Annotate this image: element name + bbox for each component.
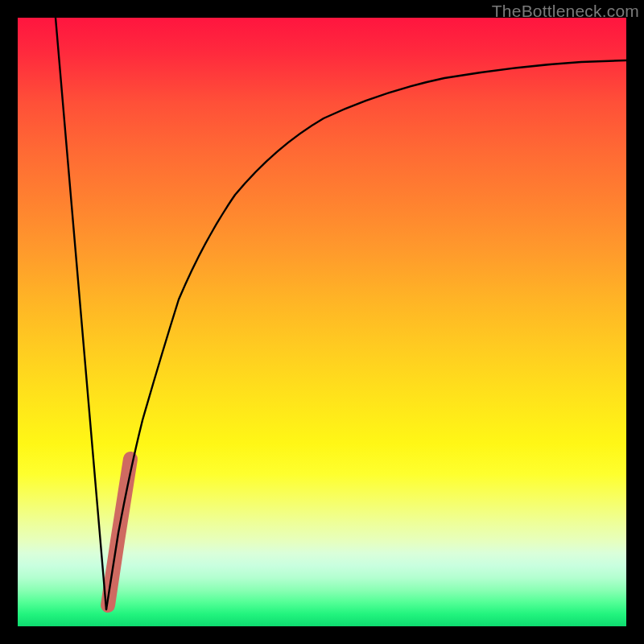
chart-svg [18,18,626,626]
plot-area [18,18,626,626]
outer-frame: TheBottleneck.com [0,0,644,644]
right-ascent-line [106,60,626,609]
left-descent-line [56,18,106,609]
